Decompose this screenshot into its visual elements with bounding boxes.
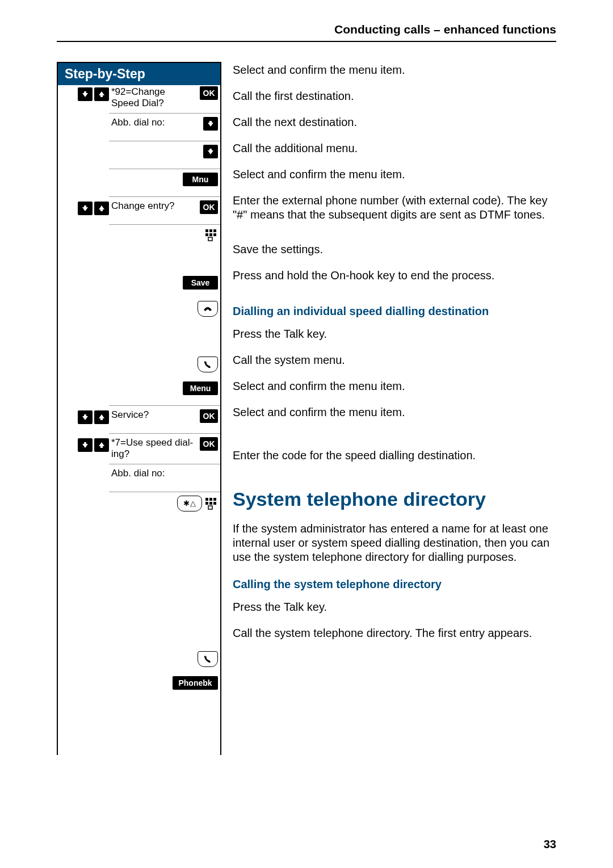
- instruction-text: Call the system telephone directory. The…: [233, 625, 556, 649]
- save-button: Save: [183, 276, 218, 290]
- svg-rect-7: [205, 498, 208, 501]
- arrow-down-icon: [78, 202, 93, 215]
- menu-button: Menu: [183, 381, 218, 395]
- instruction-text: Call the first destination.: [233, 88, 556, 112]
- star-key-icon: ✱△: [177, 496, 202, 511]
- instruction-text: Call the next destination.: [233, 114, 556, 138]
- step-row: Mnu: [58, 171, 220, 194]
- step-row: Menu: [58, 380, 220, 403]
- ok-button: OK: [200, 86, 218, 100]
- instruction-text: Call the system menu.: [233, 352, 556, 376]
- display-text: Abb. dial no:: [111, 117, 198, 128]
- svg-rect-3: [205, 233, 208, 236]
- svg-rect-10: [205, 502, 208, 505]
- instruction-column: Select and confirm the menu item. Call t…: [221, 62, 556, 651]
- svg-rect-1: [209, 229, 212, 232]
- page: Conducting calls – enhanced functions St…: [0, 0, 613, 868]
- instruction-text: Press the Talk key.: [233, 326, 556, 350]
- arrow-down-icon: [203, 145, 218, 158]
- svg-rect-9: [213, 498, 216, 501]
- arrow-down-icon: [203, 117, 218, 131]
- main-heading: System telephone directory: [233, 488, 556, 510]
- step-row: Save: [58, 275, 220, 297]
- svg-rect-8: [209, 498, 212, 501]
- talk-key-icon: [198, 357, 218, 372]
- step-title: Step-by-Step: [57, 62, 221, 85]
- svg-rect-13: [208, 506, 212, 509]
- arrow-up-icon: [94, 202, 109, 215]
- svg-rect-5: [213, 233, 216, 236]
- instruction-text: Call the additional menu.: [233, 140, 556, 164]
- instruction-text: Save the settings.: [233, 241, 556, 265]
- arrow-down-icon: [78, 410, 93, 424]
- ok-button: OK: [200, 409, 218, 423]
- instruction-text: Press and hold the On-hook key to end th…: [233, 267, 556, 291]
- instruction-text: Press the Talk key.: [233, 599, 556, 623]
- sub-heading: Dialling an individual speed dialling de…: [233, 305, 556, 318]
- content-columns: Step-by-Step *92=Change Speed Dial?: [57, 62, 556, 755]
- display-text: Abb. dial no:: [111, 468, 198, 479]
- page-number: 33: [544, 838, 556, 851]
- step-row: Phonebk: [58, 675, 220, 698]
- svg-rect-12: [213, 502, 216, 505]
- instruction-text: Select and confirm the menu item.: [233, 62, 556, 86]
- step-row: *92=Change Speed Dial? OK: [58, 85, 220, 111]
- display-text: Service?: [111, 409, 198, 421]
- svg-rect-2: [213, 229, 216, 232]
- step-row: [58, 144, 220, 166]
- mnu-button: Mnu: [183, 173, 218, 186]
- svg-rect-4: [209, 233, 212, 236]
- arrow-up-icon: [94, 438, 109, 452]
- step-row: [58, 650, 220, 673]
- step-row: ✱△: [58, 494, 220, 517]
- onhook-key-icon: [198, 301, 218, 317]
- step-row: [58, 355, 220, 378]
- step-box: *92=Change Speed Dial? OK Abb. dial no:: [57, 85, 221, 755]
- arrow-up-icon: [94, 87, 109, 101]
- ok-button: OK: [200, 200, 218, 214]
- step-row: Abb. dial no:: [58, 116, 220, 139]
- step-column: Step-by-Step *92=Change Speed Dial?: [57, 62, 221, 755]
- page-header: Conducting calls – enhanced functions: [57, 23, 556, 42]
- svg-rect-6: [208, 237, 212, 241]
- keypad-icon: [204, 497, 218, 510]
- step-row: [58, 227, 220, 272]
- sub-heading: Calling the system telephone directory: [233, 578, 556, 591]
- instruction-text: Select and confirm the menu item.: [233, 404, 556, 428]
- display-text: Change entry?: [111, 200, 198, 212]
- phonebk-button: Phonebk: [173, 676, 218, 690]
- instruction-text: Select and confirm the menu item.: [233, 166, 556, 190]
- instruction-text: Select and confirm the menu item.: [233, 378, 556, 402]
- step-row: Change entry? OK: [58, 199, 220, 222]
- ok-button: OK: [200, 437, 218, 451]
- step-row: Abb. dial no:: [58, 467, 220, 489]
- step-row: Service? OK: [58, 408, 220, 431]
- svg-rect-11: [209, 502, 212, 505]
- instruction-text: Enter the external phone number (with ex…: [233, 192, 556, 239]
- step-row: *7=Use speed dial-ing? OK: [58, 436, 220, 462]
- arrow-down-icon: [78, 438, 93, 452]
- arrow-up-icon: [94, 410, 109, 424]
- instruction-text: Enter the code for the speed dialling de…: [233, 447, 556, 471]
- talk-key-icon: [198, 651, 218, 667]
- display-text: *7=Use speed dial-ing?: [111, 437, 198, 460]
- paragraph: If the system administrator has entered …: [233, 522, 556, 564]
- arrow-down-icon: [78, 87, 93, 101]
- svg-rect-0: [205, 229, 208, 232]
- step-row: [58, 300, 220, 322]
- display-text: *92=Change Speed Dial?: [111, 86, 198, 110]
- keypad-icon: [204, 228, 218, 242]
